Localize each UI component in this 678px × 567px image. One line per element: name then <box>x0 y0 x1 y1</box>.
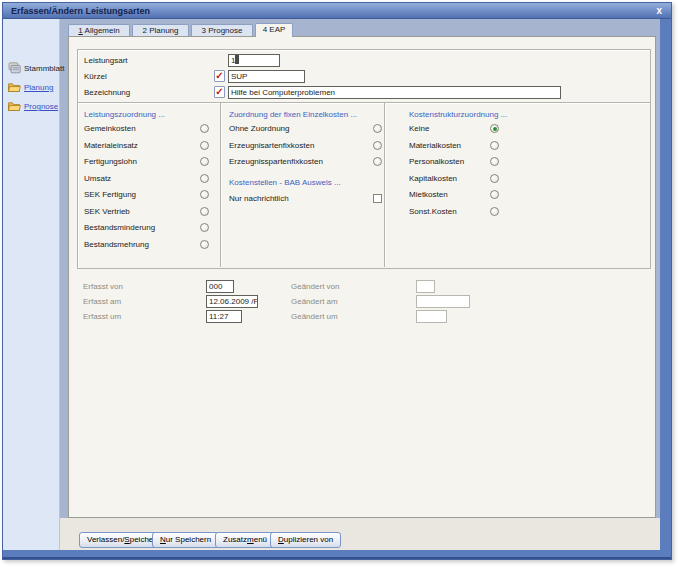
option-materialkosten[interactable]: Materialkosten <box>409 141 461 150</box>
option-bestandsminderung[interactable]: Bestandsminderung <box>84 223 155 232</box>
stammblatt-cards-icon <box>8 62 21 74</box>
radio-materialeinsatz[interactable] <box>200 141 209 150</box>
title-bar: Erfassen/Ändern Leistungsarten x <box>3 3 671 19</box>
duplizieren-von-button[interactable]: Duplizieren von <box>270 532 341 548</box>
option-fertigungslohn[interactable]: Fertigungslohn <box>84 157 137 166</box>
kostenstruktur-header: Kostenstrukturzuordnung ... <box>409 110 507 119</box>
radio-umsatz[interactable] <box>200 174 209 183</box>
kuerzel-label: Kürzel <box>84 72 107 81</box>
geaendert-von-input[interactable] <box>416 280 435 293</box>
erfasst-am-value: 12.06.2009 /Fr <box>209 297 258 306</box>
dialog-window: Erfassen/Ändern Leistungsarten x Stammbl… <box>2 2 672 560</box>
option-ohne-zuordnung[interactable]: Ohne Zuordnung <box>229 124 290 133</box>
button-label: enü <box>254 535 267 544</box>
radio-kapitalkosten[interactable] <box>490 174 499 183</box>
radio-erzeugnisspartenfixkosten[interactable] <box>373 157 382 166</box>
bezeichnung-input[interactable]: Hilfe bei Computerproblemen <box>228 86 561 99</box>
button-label: m <box>247 535 254 544</box>
button-label: uplizieren von <box>284 535 333 544</box>
fixe-einzelkosten-header: Zuordnung der fixen Einzelkosten ... <box>229 110 357 119</box>
radio-gemeinkosten[interactable] <box>200 124 209 133</box>
radio-materialkosten[interactable] <box>490 141 499 150</box>
leistungsart-input[interactable]: 1 <box>228 54 280 67</box>
option-erzeugnisspartenfixkosten[interactable]: Erzeugnisspartenfixkosten <box>229 157 323 166</box>
geaendert-um-label: Geändert um <box>291 312 338 321</box>
bezeichnung-checked-icon[interactable]: ✓ <box>214 86 225 98</box>
option-materialeinsatz[interactable]: Materialeinsatz <box>84 141 138 150</box>
main-groupbox: Leistungsart 1 Kürzel ✓ SUP Bezeichnung … <box>77 49 651 269</box>
option-sek-fertigung[interactable]: SEK Fertigung <box>84 190 136 199</box>
tab-planung[interactable]: 2 Planung <box>132 24 189 36</box>
nur-nachrichtlich-checkbox[interactable] <box>373 194 382 203</box>
geaendert-um-input[interactable] <box>416 310 447 323</box>
kuerzel-input[interactable]: SUP <box>228 70 305 83</box>
close-icon[interactable]: x <box>656 4 662 18</box>
erfasst-am-input[interactable]: 12.06.2009 /Fr <box>206 295 258 308</box>
leistungszuordnung-header: Leistungszuordnung ... <box>84 110 165 119</box>
option-gemeinkosten[interactable]: Gemeinkosten <box>84 124 136 133</box>
radio-fertigungslohn[interactable] <box>200 157 209 166</box>
radio-sek-fertigung[interactable] <box>200 190 209 199</box>
option-personalkosten[interactable]: Personalkosten <box>409 157 464 166</box>
sidebar: Stammblatt Planung Prognose <box>3 19 60 550</box>
option-sonst-kosten[interactable]: Sonst.Kosten <box>409 207 457 216</box>
bezeichnung-label: Bezeichnung <box>84 88 130 97</box>
tab-eap[interactable]: 4 EAP <box>255 23 293 37</box>
radio-keine[interactable] <box>490 124 499 133</box>
window-title: Erfassen/Ändern Leistungsarten <box>11 6 150 16</box>
tab-prognose[interactable]: 3 Prognose <box>191 24 253 36</box>
radio-bestandsminderung[interactable] <box>200 223 209 232</box>
kuerzel-value: SUP <box>231 72 247 81</box>
sidebar-item-label: Stammblatt <box>24 64 64 73</box>
option-erzeugnisartenfixkosten[interactable]: Erzeugnisartenfixkosten <box>229 141 314 150</box>
tab-panel-eap: Leistungsart 1 Kürzel ✓ SUP Bezeichnung … <box>68 36 656 518</box>
option-nur-nachrichtlich[interactable]: Nur nachrichtlich <box>229 194 289 203</box>
option-mietkosten[interactable]: Mietkosten <box>409 190 448 199</box>
erfasst-von-input[interactable]: 000 <box>206 280 234 293</box>
sidebar-item-stammblatt[interactable]: Stammblatt <box>8 62 64 74</box>
horizontal-separator <box>78 102 650 104</box>
sidebar-item-planung[interactable]: Planung <box>8 82 53 93</box>
erfasst-um-value: 11:27 <box>209 312 228 321</box>
radio-sonst-kosten[interactable] <box>490 207 499 216</box>
radio-sek-vertrieb[interactable] <box>200 207 209 216</box>
kuerzel-checked-icon[interactable]: ✓ <box>214 70 225 82</box>
tab-label: 4 EAP <box>263 25 286 34</box>
option-keine[interactable]: Keine <box>409 124 429 133</box>
geaendert-von-label: Geändert von <box>291 282 339 291</box>
zusatzmenu-button[interactable]: Zusatzmenü <box>215 532 275 548</box>
bezeichnung-value: Hilfe bei Computerproblemen <box>231 88 335 97</box>
option-kapitalkosten[interactable]: Kapitalkosten <box>409 174 457 183</box>
sidebar-item-label: Planung <box>24 83 53 92</box>
nur-speichern-button[interactable]: Nur Speichern <box>152 532 219 548</box>
kostenstellen-bab-header: Kostenstellen - BAB Ausweis ... <box>229 178 341 187</box>
option-umsatz[interactable]: Umsatz <box>84 174 111 183</box>
tab-label: Allgemein <box>83 26 120 35</box>
leistungsart-label: Leistungsart <box>84 56 128 65</box>
sidebar-item-label: Prognose <box>24 102 58 111</box>
erfasst-am-label: Erfasst am <box>83 297 121 306</box>
window-frame-bottom <box>3 550 671 559</box>
radio-erzeugnisartenfixkosten[interactable] <box>373 141 382 150</box>
folder-icon <box>8 82 21 93</box>
column-separator <box>220 103 222 267</box>
geaendert-am-input[interactable] <box>416 295 470 308</box>
column-separator <box>384 103 386 267</box>
button-label: ur Speichern <box>166 535 211 544</box>
erfasst-um-input[interactable]: 11:27 <box>206 310 242 323</box>
geaendert-am-label: Geändert am <box>291 297 338 306</box>
tab-allgemein[interactable]: 1 Allgemein <box>68 24 130 36</box>
radio-mietkosten[interactable] <box>490 190 499 199</box>
folder-icon <box>8 101 21 112</box>
option-sek-vertrieb[interactable]: SEK Vertrieb <box>84 207 130 216</box>
option-bestandsmehrung[interactable]: Bestandsmehrung <box>84 240 149 249</box>
radio-personalkosten[interactable] <box>490 157 499 166</box>
window-frame-right <box>660 19 671 559</box>
tab-label: 3 Prognose <box>202 26 243 35</box>
radio-ohne-zuordnung[interactable] <box>373 124 382 133</box>
button-label: Zusatz <box>223 535 247 544</box>
erfasst-von-label: Erfasst von <box>83 282 123 291</box>
button-label: Verlassen/ <box>87 535 124 544</box>
sidebar-item-prognose[interactable]: Prognose <box>8 101 58 112</box>
radio-bestandsmehrung[interactable] <box>200 240 209 249</box>
